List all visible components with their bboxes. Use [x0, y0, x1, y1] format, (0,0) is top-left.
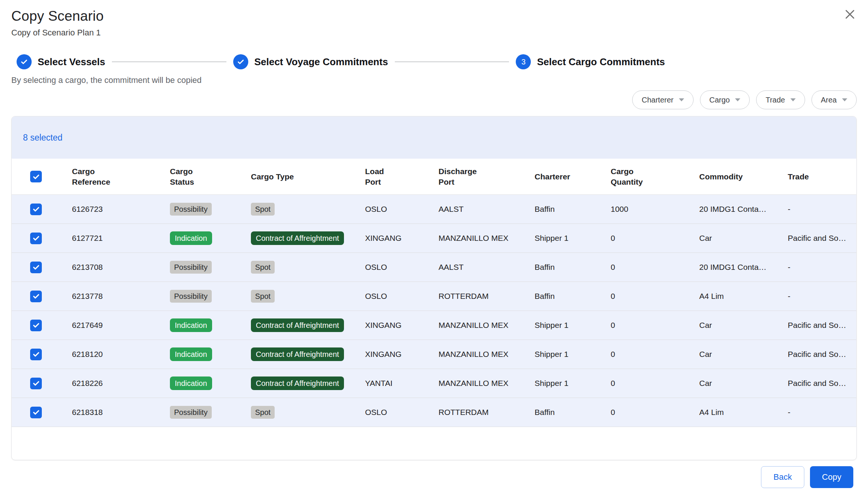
cargo-quantity-cell: 0	[607, 292, 695, 301]
cargo-type-badge: Contract of Affreightment	[251, 376, 344, 390]
commodity-cell: 20 IMDG1 Conta…	[695, 205, 784, 214]
trade-cell: -	[784, 408, 857, 417]
step-select-cargo-commitments[interactable]: 3 Select Cargo Commitments	[516, 54, 665, 69]
table-row[interactable]: 6127721 Indication Contract of Affreight…	[12, 224, 856, 253]
row-checkbox[interactable]	[30, 262, 42, 273]
cargo-filter-dropdown[interactable]: Cargo	[700, 90, 750, 109]
filter-bar: Charterer Cargo Trade Area	[11, 90, 857, 109]
trade-cell: Pacific and So…	[784, 321, 857, 330]
column-header-cargo-status[interactable]: Cargo Status	[166, 166, 247, 187]
step-select-vessels[interactable]: Select Vessels	[17, 54, 105, 69]
column-header-cargo-reference[interactable]: Cargo Reference	[68, 166, 166, 187]
cargo-quantity-cell: 0	[607, 408, 695, 417]
row-checkbox[interactable]	[30, 204, 42, 215]
cargo-status-badge: Indication	[170, 231, 212, 245]
cargo-status-cell: Indication	[166, 231, 247, 245]
cargo-status-badge: Indication	[170, 376, 212, 390]
select-all-cell	[12, 171, 68, 182]
column-header-discharge-port[interactable]: Discharge Port	[435, 166, 531, 187]
column-header-load-port[interactable]: Load Port	[361, 166, 435, 187]
row-select-cell	[12, 320, 68, 331]
filter-label: Charterer	[642, 96, 673, 104]
chevron-down-icon	[679, 98, 684, 101]
cargo-status-badge: Possibility	[170, 203, 212, 216]
cargo-quantity-cell: 0	[607, 350, 695, 359]
cargo-type-badge: Spot	[251, 261, 275, 274]
close-button[interactable]	[842, 6, 858, 23]
close-icon	[843, 8, 857, 21]
column-header-commodity[interactable]: Commodity	[695, 171, 784, 182]
trade-cell: Pacific and So…	[784, 379, 857, 388]
cargo-type-cell: Contract of Affreightment	[247, 318, 361, 332]
cargo-commitments-table: 8 selected Cargo Reference Cargo Status …	[11, 116, 857, 460]
discharge-port-cell: AALST	[435, 205, 531, 214]
trade-cell: -	[784, 292, 857, 301]
cargo-reference-cell: 6213708	[68, 263, 166, 272]
select-all-checkbox[interactable]	[30, 171, 42, 182]
cargo-quantity-cell: 0	[607, 379, 695, 388]
row-checkbox[interactable]	[30, 233, 42, 244]
commodity-cell: Car	[695, 234, 784, 243]
cargo-quantity-cell: 0	[607, 234, 695, 243]
row-checkbox[interactable]	[30, 291, 42, 302]
cargo-reference-cell: 6218120	[68, 350, 166, 359]
column-header-trade[interactable]: Trade	[784, 171, 857, 182]
column-header-charterer[interactable]: Charterer	[531, 171, 607, 182]
row-select-cell	[12, 378, 68, 389]
charterer-cell: Shipper 1	[531, 350, 607, 359]
row-checkbox[interactable]	[30, 320, 42, 331]
cargo-status-badge: Possibility	[170, 290, 212, 303]
chevron-down-icon	[790, 98, 796, 101]
discharge-port-cell: ROTTERDAM	[435, 408, 531, 417]
table-row[interactable]: 6218318 Possibility Spot OSLO ROTTERDAM …	[12, 398, 856, 427]
table-row[interactable]: 6213708 Possibility Spot OSLO AALST Baff…	[12, 253, 856, 282]
charterer-cell: Shipper 1	[531, 321, 607, 330]
cargo-reference-cell: 6218226	[68, 379, 166, 388]
charterer-filter-dropdown[interactable]: Charterer	[632, 90, 693, 109]
step-select-voyage-commitments[interactable]: Select Voyage Commitments	[233, 54, 388, 69]
cargo-status-cell: Indication	[166, 347, 247, 361]
copy-button[interactable]: Copy	[810, 466, 853, 488]
cargo-reference-cell: 6217649	[68, 321, 166, 330]
cargo-reference-cell: 6213778	[68, 292, 166, 301]
load-port-cell: XINGANG	[361, 321, 435, 330]
cargo-quantity-cell: 0	[607, 321, 695, 330]
charterer-cell: Shipper 1	[531, 234, 607, 243]
table-row[interactable]: 6218120 Indication Contract of Affreight…	[12, 340, 856, 369]
commodity-cell: Car	[695, 379, 784, 388]
table-row[interactable]: 6218226 Indication Contract of Affreight…	[12, 369, 856, 398]
cargo-type-badge: Contract of Affreightment	[251, 318, 344, 332]
table-row[interactable]: 6126723 Possibility Spot OSLO AALST Baff…	[12, 195, 856, 224]
filter-label: Trade	[766, 96, 785, 104]
cargo-status-cell: Possibility	[166, 406, 247, 419]
filter-label: Area	[821, 96, 837, 104]
step-label: Select Cargo Commitments	[537, 56, 665, 68]
step-completed-check-icon	[233, 54, 248, 69]
table-row[interactable]: 6213778 Possibility Spot OSLO ROTTERDAM …	[12, 282, 856, 311]
trade-filter-dropdown[interactable]: Trade	[756, 90, 805, 109]
charterer-cell: Baffin	[531, 408, 607, 417]
step-label: Select Voyage Commitments	[254, 56, 388, 68]
column-header-cargo-quantity[interactable]: Cargo Quantity	[607, 166, 695, 187]
row-checkbox[interactable]	[30, 378, 42, 389]
load-port-cell: XINGANG	[361, 350, 435, 359]
trade-cell: -	[784, 205, 857, 214]
row-select-cell	[12, 349, 68, 360]
discharge-port-cell: MANZANILLO MEX	[435, 321, 531, 330]
discharge-port-cell: AALST	[435, 263, 531, 272]
area-filter-dropdown[interactable]: Area	[811, 90, 857, 109]
row-checkbox[interactable]	[30, 407, 42, 418]
column-header-cargo-type[interactable]: Cargo Type	[247, 171, 361, 182]
back-button[interactable]: Back	[761, 466, 804, 488]
trade-cell: Pacific and So…	[784, 234, 857, 243]
row-checkbox[interactable]	[30, 349, 42, 360]
cargo-status-badge: Possibility	[170, 406, 212, 419]
cargo-status-badge: Indication	[170, 318, 212, 332]
load-port-cell: XINGANG	[361, 234, 435, 243]
row-select-cell	[12, 204, 68, 215]
cargo-status-badge: Possibility	[170, 261, 212, 274]
chevron-down-icon	[842, 98, 847, 101]
table-row[interactable]: 6217649 Indication Contract of Affreight…	[12, 311, 856, 340]
dialog-footer: Back Copy	[11, 466, 857, 488]
load-port-cell: YANTAI	[361, 379, 435, 388]
